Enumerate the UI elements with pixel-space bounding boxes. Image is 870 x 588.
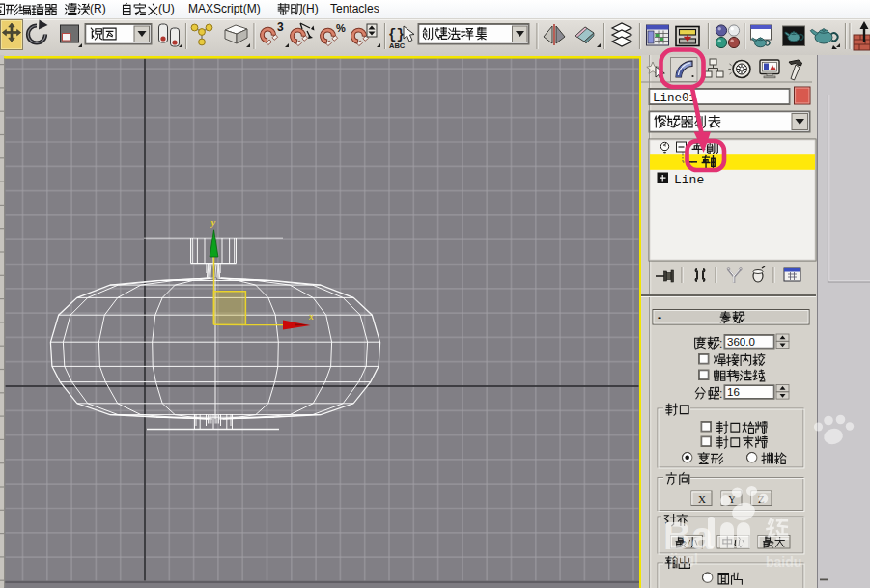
svg-text::: :: [719, 337, 722, 350]
svg-text:x: x: [308, 312, 314, 322]
svg-text:Line01: Line01: [653, 92, 696, 105]
svg-text:Y: Y: [728, 493, 736, 505]
svg-text:X: X: [698, 493, 706, 505]
svg-text:%: %: [336, 22, 346, 34]
svg-text:Z: Z: [758, 493, 765, 505]
svg-text:16: 16: [727, 386, 740, 398]
svg-text:360.0: 360.0: [727, 336, 755, 348]
svg-text::: :: [719, 387, 722, 401]
svg-text:Line: Line: [674, 173, 704, 187]
svg-text:{}: {}: [388, 27, 405, 42]
svg-text:y: y: [210, 217, 216, 228]
svg-text:ABC: ABC: [389, 42, 406, 50]
svg-text:3: 3: [277, 20, 284, 34]
svg-text:-: -: [658, 311, 661, 324]
